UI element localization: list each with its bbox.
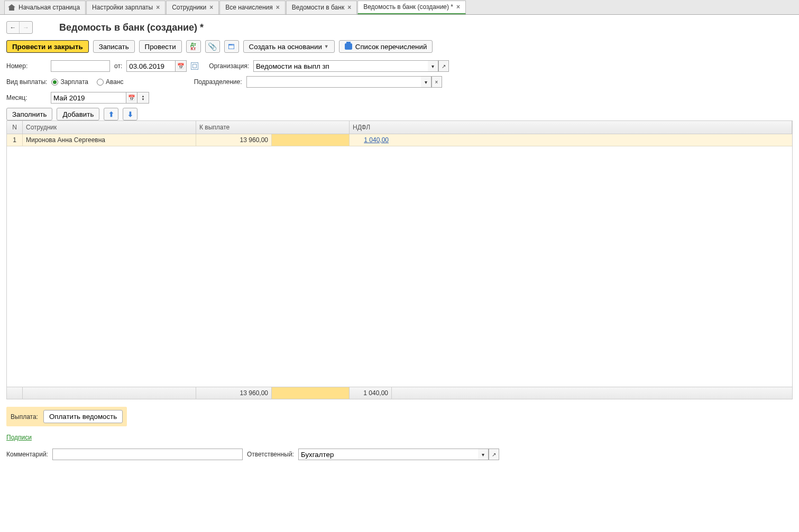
- footer-rest: [392, 387, 792, 399]
- dropdown-button[interactable]: ▾: [421, 76, 431, 88]
- open-button[interactable]: ↗: [489, 449, 499, 460]
- paytype-radio-group: Зарплата Аванс: [51, 78, 123, 86]
- radio-advance[interactable]: Аванс: [97, 78, 124, 86]
- spinner-button[interactable]: ▲▼: [137, 92, 149, 104]
- dropdown-button[interactable]: ▾: [478, 449, 489, 460]
- cell-pay-extra[interactable]: [272, 134, 350, 146]
- tab-home[interactable]: Начальная страница: [4, 1, 86, 14]
- tab-accruals[interactable]: Все начисления×: [219, 1, 286, 14]
- radio-label: Аванс: [106, 78, 124, 86]
- back-button[interactable]: ←: [7, 22, 20, 33]
- table-footer: 13 960,00 1 040,00: [7, 387, 792, 399]
- open-button[interactable]: ↗: [438, 60, 449, 72]
- arrow-up-icon: ⬆: [108, 110, 114, 118]
- calendar-icon: 📅: [177, 63, 185, 70]
- comment-input[interactable]: [52, 449, 243, 460]
- month-input[interactable]: [51, 92, 126, 104]
- post-button[interactable]: Провести: [139, 40, 182, 53]
- chevron-down-icon: ▾: [431, 63, 434, 69]
- calendar-icon: 📅: [128, 95, 135, 101]
- posted-status-icon: [191, 62, 198, 70]
- dropdown-button[interactable]: ▾: [428, 60, 438, 72]
- cell-tax[interactable]: 1 040,00: [350, 134, 392, 146]
- page-body: ← → Ведомость в банк (создание) * Провес…: [0, 15, 799, 464]
- move-down-button[interactable]: ⬇: [123, 108, 137, 120]
- footer-tax: 1 040,00: [350, 387, 392, 399]
- open-icon: ↗: [492, 452, 496, 458]
- clear-icon: ×: [435, 79, 438, 85]
- move-up-button[interactable]: ⬆: [104, 108, 118, 120]
- cell-pay[interactable]: 13 960,00: [196, 134, 272, 146]
- related-icon: 🗔: [228, 43, 235, 51]
- tab-bank-lists[interactable]: Ведомости в банк×: [286, 1, 357, 14]
- close-icon[interactable]: ×: [456, 3, 460, 11]
- attach-button[interactable]: 📎: [205, 40, 220, 53]
- close-icon[interactable]: ×: [347, 4, 351, 11]
- arrow-down-icon: ⬇: [127, 110, 133, 118]
- footer-pay2: [272, 387, 350, 399]
- tab-employees[interactable]: Сотрудники×: [166, 1, 219, 14]
- close-icon[interactable]: ×: [156, 4, 160, 11]
- resp-label: Ответственный:: [247, 451, 294, 458]
- col-number[interactable]: N: [7, 121, 23, 134]
- organization-input[interactable]: [253, 60, 428, 72]
- open-icon: ↗: [442, 63, 446, 69]
- table-header: N Сотрудник К выплате НДФЛ: [7, 121, 792, 134]
- add-row-button[interactable]: Добавить: [57, 108, 99, 120]
- fill-button[interactable]: Заполнить: [6, 108, 52, 120]
- footer-n: [7, 387, 23, 399]
- forward-button[interactable]: →: [20, 22, 32, 33]
- save-button[interactable]: Записать: [93, 40, 135, 53]
- cell-n: 1: [7, 134, 23, 146]
- col-employee[interactable]: Сотрудник: [23, 121, 196, 134]
- tab-label: Настройки зарплаты: [92, 4, 153, 11]
- chevron-down-icon: ▼: [324, 44, 329, 49]
- chevron-down-icon: ▾: [482, 452, 484, 458]
- chevron-down-icon: ▾: [425, 79, 427, 85]
- dt-kt-button[interactable]: ДтКт: [186, 40, 201, 53]
- table-body[interactable]: 1 Миронова Анна Сергеевна 13 960,00 1 04…: [7, 134, 792, 387]
- payment-panel: Выплата: Оплатить ведомость: [6, 407, 127, 426]
- month-label: Месяц:: [6, 94, 47, 101]
- table-row[interactable]: 1 Миронова Анна Сергеевна 13 960,00 1 04…: [7, 134, 792, 146]
- tab-label: Ведомости в банк: [292, 4, 344, 11]
- create-based-button[interactable]: Создать на основании▼: [243, 40, 335, 53]
- pay-statement-button[interactable]: Оплатить ведомость: [43, 410, 123, 423]
- post-and-close-button[interactable]: Провести и закрыть: [6, 40, 89, 53]
- date-input[interactable]: [126, 60, 175, 72]
- close-icon[interactable]: ×: [276, 4, 280, 11]
- footer-pay: 13 960,00: [196, 387, 272, 399]
- org-label: Организация:: [209, 62, 249, 70]
- radio-salary[interactable]: Зарплата: [51, 78, 88, 86]
- tab-label: Все начисления: [225, 4, 273, 11]
- tax-link[interactable]: 1 040,00: [364, 136, 389, 144]
- signatures-link[interactable]: Подписи: [6, 434, 32, 441]
- paytype-label: Вид выплаты:: [6, 78, 47, 86]
- responsible-input[interactable]: [298, 449, 478, 460]
- tab-label: Сотрудники: [172, 4, 206, 11]
- button-label: Создать на основании: [249, 43, 322, 51]
- calendar-button[interactable]: 📅: [126, 92, 137, 104]
- related-button[interactable]: 🗔: [224, 40, 239, 53]
- page-title: Ведомость в банк (создание) *: [59, 22, 204, 33]
- cell-employee[interactable]: Миронова Анна Сергеевна: [23, 134, 196, 146]
- col-pay[interactable]: К выплате: [196, 121, 350, 134]
- sub-label: Подразделение:: [189, 78, 242, 86]
- subdivision-input[interactable]: [246, 76, 421, 88]
- col-tax[interactable]: НДФЛ: [350, 121, 792, 134]
- footer-emp: [23, 387, 196, 399]
- number-label: Номер:: [6, 62, 47, 70]
- radio-unchecked-icon: [97, 79, 104, 86]
- tab-bar: Начальная страница Настройки зарплаты× С…: [0, 0, 799, 15]
- close-icon[interactable]: ×: [209, 4, 213, 11]
- tab-payroll-settings[interactable]: Настройки зарплаты×: [86, 1, 166, 14]
- calendar-button[interactable]: 📅: [175, 60, 187, 72]
- radio-label: Зарплата: [60, 78, 88, 86]
- printer-icon: [345, 43, 352, 50]
- tab-label: Начальная страница: [19, 4, 80, 11]
- transfer-list-button[interactable]: Список перечислений: [339, 40, 433, 53]
- number-input[interactable]: [51, 60, 110, 72]
- employees-table: N Сотрудник К выплате НДФЛ 1 Миронова Ан…: [6, 120, 793, 399]
- clear-button[interactable]: ×: [431, 76, 442, 88]
- tab-bank-list-new[interactable]: Ведомость в банк (создание) *×: [357, 1, 466, 14]
